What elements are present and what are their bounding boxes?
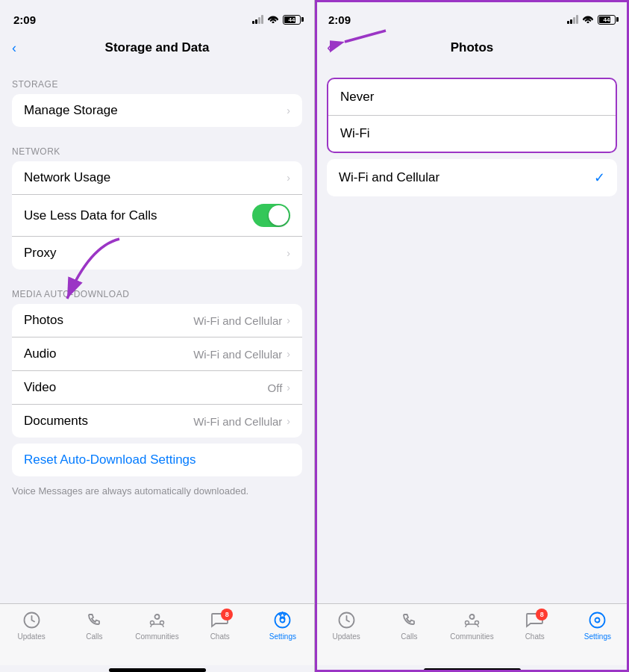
documents-value: Wi-Fi and Cellular [193,415,282,428]
status-icons-left: 44 [252,14,301,25]
audio-right: Wi-Fi and Cellular › [193,348,290,361]
tab-communities-left[interactable]: Communities [125,610,188,641]
video-row[interactable]: Video Off › [12,371,302,405]
tab-settings-left[interactable]: Settings [251,610,314,641]
tab-updates-right[interactable]: Updates [315,610,378,641]
updates-icon-left [22,610,42,630]
status-icons-right: 44 [567,14,616,25]
video-right: Off › [268,382,290,394]
documents-right: Wi-Fi and Cellular › [193,415,290,428]
chats-icon-right: 8 [525,610,545,630]
manage-storage-row[interactable]: Manage Storage › [12,94,302,127]
tab-label-calls-right: Calls [401,632,417,641]
tab-label-communities-right: Communities [450,632,493,641]
chevron-icon-video: › [287,382,290,393]
tab-label-chats-left: Chats [210,632,230,641]
left-phone-panel: 2:09 44 ‹ Storage and Data STORAGE Manag… [0,0,314,672]
option-wifi-cellular-row[interactable]: Wi-Fi and Cellular ✓ [327,159,617,196]
option-never-row[interactable]: Never [328,79,616,116]
right-phone-panel: 2:09 44 ‹ Photos [314,0,629,672]
settings-icon-right [587,610,607,630]
settings-group-media: Photos Wi-Fi and Cellular › Audio Wi-Fi … [12,304,302,438]
signal-icon-left [252,15,263,24]
status-bar-right: 2:09 44 [315,0,629,33]
chats-badge-right: 8 [536,609,548,620]
signal-icon-right [567,15,578,24]
back-button-left[interactable]: ‹ [12,40,16,56]
tab-label-communities-left: Communities [135,632,178,641]
audio-row[interactable]: Audio Wi-Fi and Cellular › [12,337,302,371]
home-indicator-right [424,668,521,672]
proxy-row[interactable]: Proxy › [12,237,302,270]
option-wifi-row[interactable]: Wi-Fi [328,116,616,152]
tab-label-updates-right: Updates [332,632,360,641]
tab-label-calls-left: Calls [86,632,102,641]
less-data-label: Use Less Data for Calls [24,208,157,223]
settings-group-network: Network Usage › Use Less Data for Calls … [12,161,302,270]
photos-value: Wi-Fi and Cellular [193,314,282,327]
options-group-normal: Wi-Fi and Cellular ✓ [327,159,617,196]
chevron-icon-network: › [287,172,290,184]
nav-title-left: Storage and Data [105,40,210,55]
tab-label-updates-left: Updates [17,632,45,641]
toggle-knob [269,205,289,225]
status-time-right: 2:09 [328,13,351,26]
chats-badge-left: 8 [221,609,233,620]
nav-title-right: Photos [451,40,494,55]
tab-bar-left: Updates Calls Communities 8 Chats [0,603,314,665]
back-button-right[interactable]: ‹ [327,38,332,57]
options-group-highlighted: Never Wi-Fi [327,78,617,153]
proxy-right: › [287,247,290,259]
photos-row[interactable]: Photos Wi-Fi and Cellular › [12,304,302,337]
section-header-storage: STORAGE [0,66,314,94]
tab-communities-right[interactable]: Communities [440,610,503,641]
network-usage-right: › [287,172,290,184]
option-wifi-cellular-label: Wi-Fi and Cellular [339,170,439,185]
communities-icon-left [147,610,167,630]
network-usage-label: Network Usage [24,170,110,185]
video-label: Video [24,380,56,395]
tab-bar-right: Updates Calls Communities 8 Chats [315,603,629,665]
less-data-toggle[interactable] [252,204,290,227]
proxy-label: Proxy [24,246,56,261]
audio-value: Wi-Fi and Cellular [193,348,282,361]
tab-settings-right[interactable]: Settings [566,610,629,641]
audio-label: Audio [24,346,56,361]
svg-point-12 [595,618,600,623]
svg-point-6 [275,613,290,628]
reset-link[interactable]: Reset Auto-Download Settings [12,444,302,476]
svg-point-13 [590,613,605,628]
home-indicator-left [109,668,206,672]
svg-point-2 [155,615,160,619]
option-wifi-label: Wi-Fi [340,126,370,141]
tab-chats-left[interactable]: 8 Chats [189,610,251,641]
tab-chats-right[interactable]: 8 Chats [504,610,566,641]
tab-label-chats-right: Chats [525,632,545,641]
documents-row[interactable]: Documents Wi-Fi and Cellular › [12,405,302,438]
content-right: Never Wi-Fi Wi-Fi and Cellular ✓ [315,66,629,603]
tab-label-settings-right: Settings [584,632,611,641]
chevron-icon: › [287,105,290,116]
communities-icon-right [462,610,482,630]
tab-calls-right[interactable]: Calls [378,610,440,641]
checkmark-icon: ✓ [594,169,605,186]
wifi-icon-left [267,14,279,25]
tab-label-settings-left: Settings [269,632,296,641]
calls-icon-right [399,610,419,630]
tab-calls-left[interactable]: Calls [63,610,125,641]
manage-storage-label: Manage Storage [24,103,118,118]
chevron-icon-documents: › [287,415,290,427]
option-never-label: Never [340,90,374,105]
tab-updates-left[interactable]: Updates [0,610,63,641]
less-data-row[interactable]: Use Less Data for Calls [12,195,302,237]
svg-point-9 [470,615,475,619]
chevron-icon-proxy: › [287,247,290,259]
reset-label: Reset Auto-Download Settings [24,452,196,467]
status-bar-left: 2:09 44 [0,0,314,33]
status-time-left: 2:09 [13,13,36,26]
battery-icon-left: 44 [283,15,301,25]
photos-label: Photos [24,313,63,328]
section-header-media: MEDIA AUTO-DOWNLOAD [0,276,314,304]
photos-right: Wi-Fi and Cellular › [193,314,290,327]
network-usage-row[interactable]: Network Usage › [12,161,302,195]
